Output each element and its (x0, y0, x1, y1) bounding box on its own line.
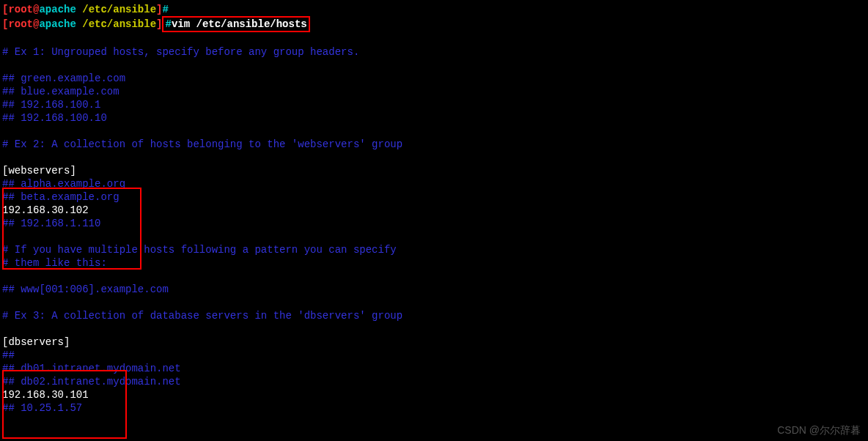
terminal-prompt-line-1: [root@apache /etc/ansible]# (2, 3, 866, 16)
prompt-path: /etc/ansible (76, 18, 156, 30)
section-header-webservers: [webservers] (2, 164, 866, 177)
prompt-user: root (8, 18, 33, 30)
prompt-path: /etc/ansible (76, 4, 156, 15)
terminal-prompt-line-2: [root@apache /etc/ansible]#vim /etc/ansi… (2, 16, 866, 32)
file-comment-line: # Ex 3: A collection of database servers… (2, 309, 866, 322)
file-comment-line: # Ex 1: Ungrouped hosts, specify before … (2, 45, 866, 59)
webservers-highlight-box (2, 188, 141, 270)
prompt-user: root (8, 4, 33, 15)
file-comment-line: ## (2, 349, 866, 362)
file-comment-line: # Ex 2: A collection of hosts belonging … (2, 138, 866, 151)
command-highlight-box: #vim /etc/ansible/hosts (162, 16, 309, 32)
host-entry-dbservers: 192.168.30.101 (2, 388, 866, 401)
prompt-host: apache (39, 4, 76, 15)
watermark-text: CSDN @尔尔辞暮 (777, 423, 861, 437)
prompt-host: apache (39, 18, 76, 30)
file-comment-line: ## www[001:006].example.com (2, 283, 866, 296)
section-header-dbservers: [dbservers] (2, 336, 866, 349)
file-comment-line: ## db01.intranet.mydomain.net (2, 362, 866, 375)
file-comment-line: ## green.example.com (2, 72, 866, 85)
file-comment-line: ## 10.25.1.57 (2, 401, 866, 415)
vim-command[interactable]: vim /etc/ansible/hosts (172, 18, 307, 30)
dbservers-highlight-box (2, 370, 127, 439)
file-comment-line: ## db02.intranet.mydomain.net (2, 375, 866, 388)
prompt-hash: # (162, 4, 168, 15)
prompt-bracket-close: ] (156, 18, 162, 30)
file-comment-line: ## 192.168.100.1 (2, 98, 866, 111)
file-comment-line: ## 192.168.100.10 (2, 111, 866, 125)
prompt-hash: # (165, 18, 171, 30)
file-comment-line: ## blue.example.com (2, 85, 866, 98)
